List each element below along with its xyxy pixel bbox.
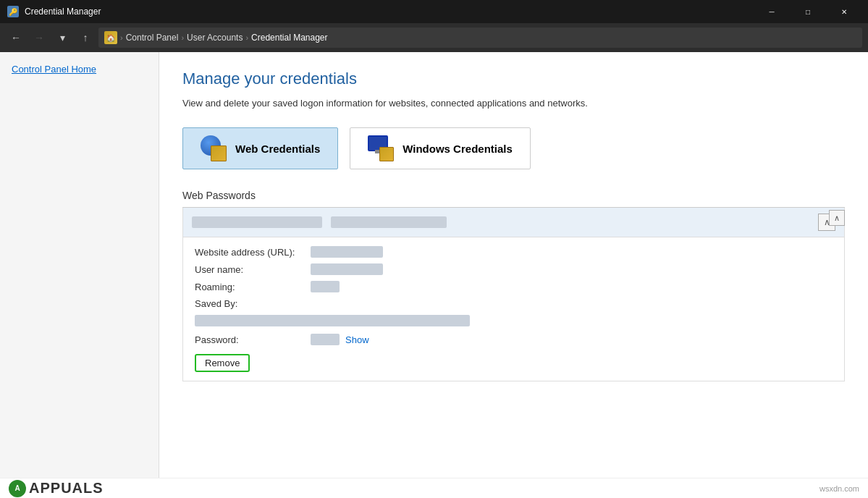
appuals-logo: A APPUALS xyxy=(9,480,104,497)
dropdown-button[interactable]: ▾ xyxy=(52,28,72,48)
sidebar: Control Panel Home xyxy=(0,52,159,498)
breadcrumb-bar: 🏠 › Control Panel › User Accounts › Cred… xyxy=(98,28,862,48)
minimize-button[interactable]: ─ xyxy=(755,0,788,23)
windows-credentials-icon xyxy=(368,135,394,161)
appuals-icon: A xyxy=(9,480,26,497)
titlebar: 🔑 Credential Manager ─ □ ✕ xyxy=(0,0,868,23)
windows-credentials-button[interactable]: Windows Credentials xyxy=(350,127,531,169)
field-savedby-value xyxy=(195,315,470,326)
field-savedby: Saved By: xyxy=(195,298,833,309)
window-controls: ─ □ ✕ xyxy=(755,0,861,23)
breadcrumb-control-panel[interactable]: Control Panel xyxy=(126,33,179,43)
credential-entry: ∧ Website address (URL): User name: xyxy=(182,208,845,381)
web-credentials-button[interactable]: Web Credentials xyxy=(182,127,338,169)
field-password-value xyxy=(311,334,340,345)
forward-button[interactable]: → xyxy=(29,28,49,48)
section-title: Web Passwords xyxy=(182,190,845,201)
field-website: Website address (URL): xyxy=(195,246,833,258)
field-username: User name: xyxy=(195,263,833,275)
field-savedby-value-row xyxy=(195,315,833,326)
field-website-value xyxy=(311,246,383,258)
field-username-value xyxy=(311,263,383,275)
watermark: wsxdn.com xyxy=(819,484,859,493)
breadcrumb-icon: 🏠 xyxy=(104,31,117,44)
web-passwords-section: Web Passwords ∧ Website address (URL): xyxy=(182,190,845,381)
up-button[interactable]: ↑ xyxy=(75,28,96,48)
entry-url-masked xyxy=(192,216,322,228)
close-button[interactable]: ✕ xyxy=(827,0,861,23)
page-title: Manage your credentials xyxy=(182,69,845,88)
field-roaming-label: Roaming: xyxy=(195,282,311,292)
credential-type-row: Web Credentials Windows Credentials xyxy=(182,127,845,169)
credential-details: Website address (URL): User name: Roamin… xyxy=(183,237,844,381)
windows-credentials-label: Windows Credentials xyxy=(403,143,513,155)
show-password-link[interactable]: Show xyxy=(345,334,369,345)
field-password-label: Password: xyxy=(195,334,311,345)
field-username-label: User name: xyxy=(195,264,311,275)
remove-button-row: Remove xyxy=(195,351,833,372)
navbar: ← → ▾ ↑ 🏠 › Control Panel › User Account… xyxy=(0,23,868,52)
content-area: Manage your credentials View and delete … xyxy=(159,52,868,498)
main-layout: Control Panel Home Manage your credentia… xyxy=(0,52,868,498)
credential-entry-header[interactable]: ∧ xyxy=(183,208,844,237)
breadcrumb-credential-manager[interactable]: Credential Manager xyxy=(251,33,327,43)
titlebar-text: Credential Manager xyxy=(25,7,101,17)
web-credentials-label: Web Credentials xyxy=(235,143,320,155)
field-password: Password: Show xyxy=(195,334,833,345)
page-description: View and delete your saved logon informa… xyxy=(182,97,845,110)
maximize-button[interactable]: □ xyxy=(791,0,825,23)
field-savedby-label: Saved By: xyxy=(195,298,311,309)
app-icon: 🔑 xyxy=(7,6,19,17)
remove-button[interactable]: Remove xyxy=(195,354,250,372)
web-credentials-icon xyxy=(201,135,227,161)
field-website-label: Website address (URL): xyxy=(195,247,311,258)
win-book-icon xyxy=(379,147,394,161)
web-book-icon xyxy=(211,145,227,161)
entry-date-masked xyxy=(331,216,447,228)
back-button[interactable]: ← xyxy=(6,28,26,48)
field-roaming-value xyxy=(311,281,340,292)
sidebar-control-panel-home[interactable]: Control Panel Home xyxy=(0,61,159,77)
breadcrumb-user-accounts[interactable]: User Accounts xyxy=(187,33,243,43)
appuals-text: APPUALS xyxy=(29,480,104,497)
bottom-bar: A APPUALS wsxdn.com xyxy=(0,478,868,498)
field-roaming: Roaming: xyxy=(195,281,833,292)
scroll-up-button[interactable]: ∧ xyxy=(829,210,845,226)
